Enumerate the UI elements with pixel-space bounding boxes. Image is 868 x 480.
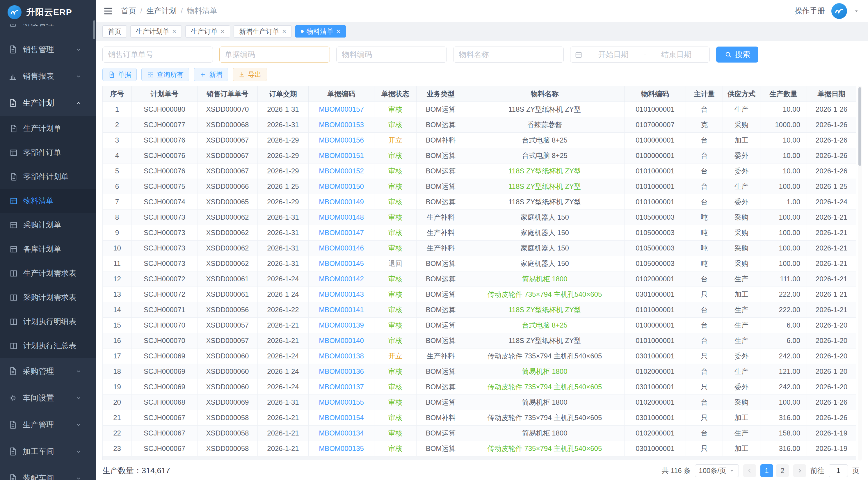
sidebar-group[interactable]: 生产计划 bbox=[0, 90, 96, 116]
table-row[interactable]: 1SCJH000080XSDD0000702026-1-31MBOM000157… bbox=[103, 102, 856, 117]
cell-doc-no-link[interactable]: MBOM000138 bbox=[309, 349, 374, 364]
tab-close-icon[interactable]: × bbox=[282, 28, 286, 35]
table-vertical-scrollbar[interactable] bbox=[858, 86, 862, 460]
table-row[interactable]: 16SCJH000070XSDD0000572026-1-21MBOM00014… bbox=[103, 333, 856, 349]
cell-doc-no-link[interactable]: MBOM000156 bbox=[309, 133, 374, 148]
cell-doc-no-link[interactable]: MBOM000135 bbox=[309, 441, 374, 456]
search-button[interactable]: 搜索 bbox=[716, 47, 758, 63]
sidebar-item[interactable]: 计划执行明细表 bbox=[0, 309, 96, 334]
cell-doc-no-link[interactable]: MBOM000143 bbox=[309, 287, 374, 302]
table-row[interactable]: 10SCJH000073XSDD0000622026-1-31MBOM00014… bbox=[103, 241, 856, 256]
hamburger-menu-icon[interactable] bbox=[103, 6, 114, 16]
sidebar-item[interactable]: 计划执行汇总表 bbox=[0, 334, 96, 358]
page-button[interactable]: 1 bbox=[761, 464, 773, 477]
export-button[interactable]: 导出 bbox=[233, 68, 267, 81]
table-row[interactable]: 17SCJH000069XSDD0000602026-1-24MBOM00013… bbox=[103, 349, 856, 364]
table-row[interactable]: 23SCJH000067XSDD0000582026-1-21MBOM00013… bbox=[103, 441, 856, 456]
tab[interactable]: 新增生产订单× bbox=[234, 25, 292, 37]
table-row[interactable]: 19SCJH000069XSDD0000602026-1-24MBOM00013… bbox=[103, 379, 856, 395]
table-row[interactable]: 2SCJH000077XSDD0000682026-1-31MBOM000153… bbox=[103, 117, 856, 133]
tab-close-icon[interactable]: × bbox=[172, 28, 176, 35]
table-row[interactable]: 7SCJH000074XSDD0000652026-1-29MBOM000149… bbox=[103, 194, 856, 210]
document-button[interactable]: 单据 bbox=[102, 68, 137, 81]
sidebar-group[interactable]: 车间设置 bbox=[0, 385, 96, 411]
sidebar-item[interactable]: 采购计划需求表 bbox=[0, 286, 96, 309]
table-row[interactable]: 12SCJH000072XSDD0000612026-1-24MBOM00014… bbox=[103, 271, 856, 287]
cell-doc-no-link[interactable]: MBOM000157 bbox=[309, 102, 374, 117]
cell-doc-no-link[interactable]: MBOM000142 bbox=[309, 271, 374, 287]
cell-doc-no-link[interactable]: MBOM000152 bbox=[309, 163, 374, 179]
table-row[interactable]: 6SCJH000075XSDD0000662026-1-25MBOM000150… bbox=[103, 179, 856, 194]
cell-doc-no-link[interactable]: MBOM000134 bbox=[309, 426, 374, 441]
next-page-button[interactable] bbox=[793, 464, 806, 477]
sales-order-input[interactable] bbox=[103, 47, 213, 62]
tab[interactable]: 生产计划单× bbox=[130, 25, 182, 37]
sidebar-item[interactable]: 采购计划单 bbox=[0, 213, 96, 237]
sidebar-item[interactable]: 生产计划单 bbox=[0, 116, 96, 141]
cell-doc-no-link[interactable]: MBOM000141 bbox=[309, 302, 374, 318]
table-row[interactable]: 5SCJH000076XSDD0000672026-1-29MBOM000152… bbox=[103, 163, 856, 179]
app-logo[interactable]: 升阳云ERP bbox=[0, 0, 96, 24]
material-code-input[interactable] bbox=[337, 47, 446, 62]
user-avatar[interactable] bbox=[831, 3, 847, 19]
prev-page-button[interactable] bbox=[743, 464, 756, 477]
tab[interactable]: 首页 bbox=[102, 25, 127, 37]
sidebar-item[interactable]: 备库计划单 bbox=[0, 237, 96, 261]
table-row[interactable]: 3SCJH000076XSDD0000672026-1-29MBOM000156… bbox=[103, 133, 856, 148]
cell-doc-no-link[interactable]: MBOM000145 bbox=[309, 256, 374, 271]
cell-doc-no-link[interactable]: MBOM000136 bbox=[309, 364, 374, 379]
table-row[interactable]: 14SCJH000071XSDD0000562026-1-22MBOM00014… bbox=[103, 302, 856, 318]
cell-doc-no-link[interactable]: MBOM000147 bbox=[309, 225, 374, 241]
table-row[interactable]: 9SCJH000073XSDD0000622026-1-31MBOM000147… bbox=[103, 225, 856, 241]
cell-doc-no-link[interactable]: MBOM000155 bbox=[309, 395, 374, 410]
table-row[interactable]: 15SCJH000070XSDD0000572026-1-21MBOM00013… bbox=[103, 318, 856, 333]
sidebar-group[interactable]: 销售管理 bbox=[0, 36, 96, 63]
cell-doc-no-link[interactable]: MBOM000151 bbox=[309, 148, 374, 163]
tab-close-icon[interactable]: × bbox=[220, 28, 224, 35]
breadcrumb-home[interactable]: 首页 bbox=[121, 6, 136, 16]
cell-doc-no-link[interactable]: MBOM000139 bbox=[309, 318, 374, 333]
doc-code-input[interactable] bbox=[220, 47, 330, 62]
manual-link[interactable]: 操作手册 bbox=[795, 6, 825, 16]
tab[interactable]: 生产订单× bbox=[185, 25, 230, 37]
table-row[interactable]: 18SCJH000069XSDD0000602026-1-24MBOM00013… bbox=[103, 364, 856, 379]
table-row[interactable]: 20SCJH000068XSDD0000692026-1-31MBOM00015… bbox=[103, 395, 856, 410]
sidebar-group[interactable]: 研发管理 bbox=[0, 24, 96, 36]
table-row[interactable]: 22SCJH000067XSDD0000582026-1-21MBOM00013… bbox=[103, 426, 856, 441]
sidebar-group[interactable]: 装配车间 bbox=[0, 465, 96, 480]
cell-doc-no-link[interactable]: MBOM000149 bbox=[309, 194, 374, 210]
cell-doc-no-link[interactable]: MBOM000148 bbox=[309, 210, 374, 225]
date-range-picker[interactable]: - bbox=[570, 47, 710, 63]
goto-page-input[interactable] bbox=[829, 464, 848, 477]
sidebar-item[interactable]: 零部件计划单 bbox=[0, 164, 96, 189]
query-all-button[interactable]: 查询所有 bbox=[142, 68, 189, 81]
sidebar-item[interactable]: 生产计划需求表 bbox=[0, 261, 96, 286]
table-row[interactable]: 21SCJH000067XSDD0000582026-1-21MBOM00015… bbox=[103, 410, 856, 426]
chevron-down-icon[interactable] bbox=[854, 8, 859, 14]
sidebar-group[interactable]: 生产管理 bbox=[0, 411, 96, 438]
cell-doc-no-link[interactable]: MBOM000140 bbox=[309, 333, 374, 349]
cell-doc-no-link[interactable]: MBOM000150 bbox=[309, 179, 374, 194]
add-button[interactable]: 新增 bbox=[194, 68, 228, 81]
sidebar-group[interactable]: 采购管理 bbox=[0, 358, 96, 385]
breadcrumb-production-plan[interactable]: 生产计划 bbox=[146, 6, 177, 16]
table-row[interactable]: 8SCJH000073XSDD0000622026-1-31MBOM000148… bbox=[103, 210, 856, 225]
sidebar-group[interactable]: 销售报表 bbox=[0, 63, 96, 90]
sidebar-item[interactable]: 零部件订单 bbox=[0, 141, 96, 164]
sidebar-group[interactable]: 加工车间 bbox=[0, 438, 96, 465]
material-name-input[interactable] bbox=[454, 47, 563, 62]
cell-doc-no-link[interactable]: MBOM000137 bbox=[309, 379, 374, 395]
tab[interactable]: 物料清单× bbox=[295, 25, 346, 37]
cell-doc-no-link[interactable]: MBOM000153 bbox=[309, 117, 374, 133]
cell-doc-no-link[interactable]: MBOM000146 bbox=[309, 241, 374, 256]
page-button[interactable]: 2 bbox=[776, 464, 789, 477]
page-size-select[interactable]: 100条/页 bbox=[695, 464, 739, 477]
table-row[interactable]: 11SCJH000073XSDD0000622026-1-31MBOM00014… bbox=[103, 256, 856, 271]
sidebar-scrollbar-thumb[interactable] bbox=[93, 20, 95, 39]
scrollbar-thumb[interactable] bbox=[859, 87, 861, 166]
start-date-input[interactable] bbox=[584, 50, 643, 59]
table-row[interactable]: 4SCJH000076XSDD0000672026-1-29MBOM000151… bbox=[103, 148, 856, 163]
cell-doc-no-link[interactable]: MBOM000154 bbox=[309, 410, 374, 426]
table-row[interactable]: 13SCJH000072XSDD0000612026-1-24MBOM00014… bbox=[103, 287, 856, 302]
tab-close-icon[interactable]: × bbox=[336, 28, 340, 35]
